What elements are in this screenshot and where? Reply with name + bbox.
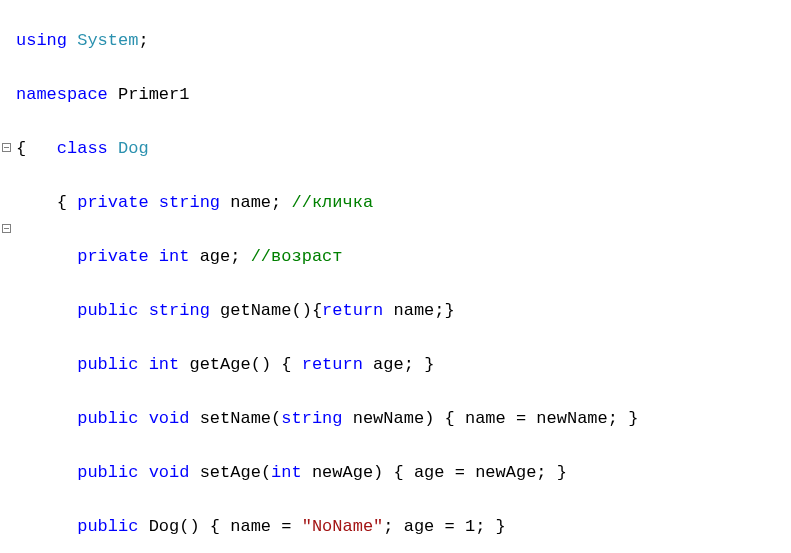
keyword: public <box>77 301 138 320</box>
space <box>302 463 312 482</box>
punct: { <box>57 193 67 212</box>
punct: ) <box>189 517 199 536</box>
keyword: void <box>149 463 190 482</box>
code-line[interactable]: using System; <box>16 27 638 54</box>
identifier: Primer1 <box>118 85 189 104</box>
punct: ( <box>271 409 281 428</box>
space <box>343 409 353 428</box>
space <box>26 139 57 158</box>
space <box>138 355 148 374</box>
keyword: public <box>77 409 138 428</box>
space <box>383 301 393 320</box>
space <box>281 193 291 212</box>
punct: } <box>496 517 506 536</box>
identifier: setName <box>200 409 271 428</box>
identifier: name <box>230 517 271 536</box>
keyword: private <box>77 193 148 212</box>
space <box>455 409 465 428</box>
code-line[interactable]: namespace Primer1 <box>16 81 638 108</box>
keyword: return <box>322 301 383 320</box>
punct: { <box>281 355 291 374</box>
punct: } <box>628 409 638 428</box>
keyword: string <box>149 301 210 320</box>
operator: = <box>506 409 537 428</box>
space <box>210 301 220 320</box>
punct: } <box>424 355 434 374</box>
identifier: newAge <box>312 463 373 482</box>
keyword: string <box>159 193 220 212</box>
space <box>179 355 189 374</box>
code-line[interactable]: public void setName(string newName) { na… <box>16 405 638 432</box>
space <box>485 517 495 536</box>
space <box>394 517 404 536</box>
space <box>618 409 628 428</box>
punct: { <box>312 301 322 320</box>
punct: ( <box>291 301 301 320</box>
code-line[interactable]: public void setAge(int newAge) { age = n… <box>16 459 638 486</box>
punct: ; <box>138 31 148 50</box>
operator: = <box>271 517 302 536</box>
space <box>138 409 148 428</box>
code-line[interactable]: { class Dog <box>16 135 638 162</box>
identifier: newName <box>536 409 607 428</box>
space <box>138 517 148 536</box>
fold-marker-icon[interactable] <box>2 143 11 152</box>
code-editor[interactable]: using System; namespace Primer1 { class … <box>0 0 791 553</box>
space <box>16 463 77 482</box>
punct: } <box>557 463 567 482</box>
punct: ; <box>536 463 546 482</box>
space <box>189 247 199 266</box>
identifier: getAge <box>189 355 250 374</box>
punct: ) <box>373 463 383 482</box>
identifier: Dog <box>149 517 180 536</box>
keyword: class <box>57 139 108 158</box>
code-line[interactable]: public Dog() { name = "NoName"; age = 1;… <box>16 513 638 540</box>
punct: ( <box>251 355 261 374</box>
identifier: setAge <box>200 463 261 482</box>
code-line[interactable]: public int getAge() { return age; } <box>16 351 638 378</box>
punct: ; <box>230 247 240 266</box>
type-name: System <box>77 31 138 50</box>
code-area[interactable]: using System; namespace Primer1 { class … <box>14 0 638 553</box>
keyword: return <box>302 355 363 374</box>
keyword: public <box>77 355 138 374</box>
operator: = <box>434 517 465 536</box>
comment: //возраст <box>251 247 343 266</box>
punct: ) <box>261 355 271 374</box>
code-line[interactable]: { private string name; //кличка <box>16 189 638 216</box>
code-line[interactable]: private int age; //возраст <box>16 243 638 270</box>
punct: ; <box>475 517 485 536</box>
comment: //кличка <box>291 193 373 212</box>
identifier: newAge <box>475 463 536 482</box>
fold-marker-icon[interactable] <box>2 224 11 233</box>
punct: ) <box>302 301 312 320</box>
identifier: age <box>404 517 435 536</box>
space <box>138 301 148 320</box>
string-literal: "NoName" <box>302 517 384 536</box>
code-line[interactable]: public string getName(){return name;} <box>16 297 638 324</box>
keyword: public <box>77 517 138 536</box>
operator: = <box>445 463 476 482</box>
space <box>404 463 414 482</box>
keyword: public <box>77 463 138 482</box>
keyword: namespace <box>16 85 108 104</box>
space <box>67 193 77 212</box>
identifier: age <box>414 463 445 482</box>
punct: { <box>210 517 220 536</box>
space <box>200 517 210 536</box>
identifier: name <box>394 301 435 320</box>
space <box>383 463 393 482</box>
space <box>434 409 444 428</box>
space <box>240 247 250 266</box>
identifier: getName <box>220 301 291 320</box>
identifier: name <box>230 193 271 212</box>
punct: ( <box>261 463 271 482</box>
punct: ; <box>434 301 444 320</box>
identifier: name <box>465 409 506 428</box>
space <box>271 355 281 374</box>
identifier: age <box>373 355 404 374</box>
punct: ; <box>404 355 414 374</box>
space <box>16 409 77 428</box>
punct: ( <box>179 517 189 536</box>
space <box>108 139 118 158</box>
